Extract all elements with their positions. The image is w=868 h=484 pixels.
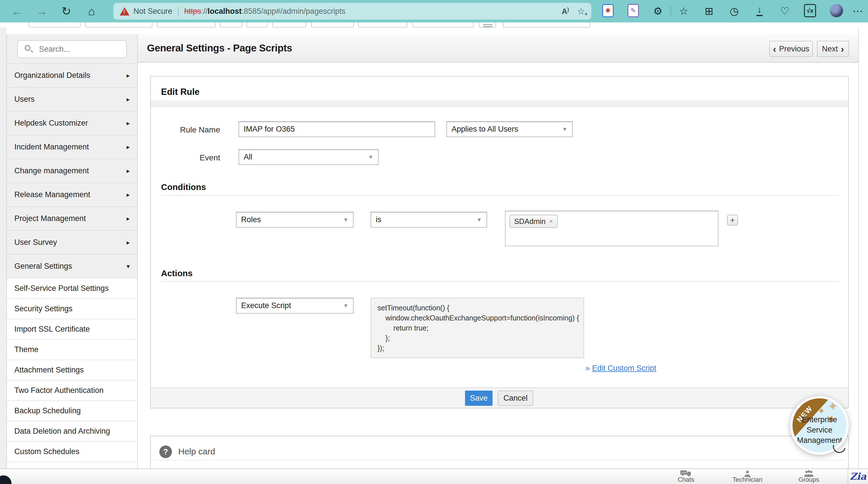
- edit-rule-card: Edit Rule Rule Name Applies to All Users…: [150, 76, 849, 408]
- arrow-down-icon: ▾: [127, 263, 130, 270]
- conditions-title: Conditions: [161, 182, 206, 192]
- link-arrows-icon: »: [586, 364, 590, 372]
- favorites-list-icon[interactable]: ☆: [675, 4, 692, 19]
- obscured-toolbar-box: [358, 22, 407, 28]
- card-footer: Save Cancel: [151, 388, 848, 408]
- browser-essentials-icon[interactable]: ♡: [776, 4, 794, 19]
- page-title: General Settings - Page Scripts: [147, 34, 292, 62]
- arrow-right-icon: ▸: [127, 119, 130, 127]
- refresh-icon[interactable]: ↻: [59, 4, 74, 19]
- rule-name-input[interactable]: [239, 121, 435, 137]
- caret-down-icon: ▼: [343, 303, 348, 309]
- screen: ← → ↻ ⌂ ! Not Secure https://localhost:8…: [0, 0, 868, 484]
- obscured-toolbar-box: [29, 22, 81, 28]
- caret-down-icon: ▼: [343, 217, 348, 223]
- sidebar-item-organizational-details[interactable]: Organizational Details▸: [7, 63, 137, 87]
- sidebar-subitem-self-service-portal-settings[interactable]: Self-Service Portal Settings: [7, 278, 137, 298]
- zia-logo: Zia: [849, 471, 866, 482]
- sidebar-item-users[interactable]: Users▸: [7, 87, 137, 111]
- obscured-toolbar-box: [85, 22, 152, 28]
- sidebar-subitem-data-deletion-and-archiving[interactable]: Data Deletion and Archiving: [7, 421, 137, 441]
- not-secure-label: Not Secure: [133, 7, 172, 16]
- url-separator: ://: [201, 7, 208, 16]
- obscured-toolbar-box: [311, 22, 354, 28]
- obscured-toolbar-strip: [0, 22, 868, 28]
- rule-name-label: Rule Name: [157, 125, 220, 135]
- history-icon[interactable]: ◷: [725, 4, 743, 19]
- sidebar-item-release-management[interactable]: Release Management▸: [7, 182, 137, 206]
- toolbar-divider: [671, 6, 671, 16]
- arrow-right-icon: ▸: [127, 167, 130, 175]
- obscured-toolbar-box: [157, 22, 216, 28]
- sidebar-subitem-attachment-settings[interactable]: Attachment Settings: [7, 360, 137, 380]
- notes-extension-icon[interactable]: ✎: [625, 4, 642, 19]
- condition-values-box[interactable]: SDAdmin ×: [505, 211, 718, 246]
- url-path: :8585/app#/admin/pagescripts: [242, 7, 346, 16]
- sidebar-item-general-settings[interactable]: General Settings▾: [7, 254, 137, 278]
- sidebar-subitem-two-factor-authentication[interactable]: Two Factor Authentication: [7, 380, 137, 400]
- help-icon: ?: [159, 446, 172, 458]
- groups-button[interactable]: Groups: [792, 469, 826, 484]
- arrow-right-icon: ▸: [127, 191, 130, 199]
- script-preview[interactable]: setTimeout(function() { window.checkOaut…: [371, 298, 584, 358]
- collections-icon[interactable]: ⊞: [701, 4, 718, 19]
- sidebar-subitem-backup-scheduling[interactable]: Backup Scheduling: [7, 400, 137, 421]
- url-text[interactable]: https://localhost:8585/app#/admin/pagesc…: [184, 7, 345, 16]
- event-dropdown[interactable]: All ▼: [239, 149, 379, 165]
- home-icon[interactable]: ⌂: [84, 4, 99, 19]
- sidebar-subitem-custom-schedules[interactable]: Custom Schedules: [7, 441, 137, 462]
- arrow-right-icon: ▸: [127, 72, 130, 79]
- profile-avatar[interactable]: [828, 4, 845, 19]
- save-button[interactable]: Save: [465, 391, 493, 406]
- conditions-divider: [161, 195, 838, 196]
- extensions-icon[interactable]: ⚙: [649, 4, 666, 19]
- back-icon[interactable]: ←: [9, 4, 25, 19]
- read-aloud-icon[interactable]: A): [562, 7, 569, 16]
- arrow-right-icon: ▸: [127, 143, 130, 151]
- caret-down-icon: ▼: [562, 126, 567, 133]
- arrow-right-icon: ▸: [127, 215, 130, 223]
- obscured-toolbar-box: [412, 22, 474, 28]
- address-bar[interactable]: ! Not Secure https://localhost:8585/app#…: [113, 3, 591, 20]
- zia-button[interactable]: Zia: [848, 469, 868, 484]
- forward-icon[interactable]: →: [34, 4, 50, 19]
- sidebar-item-incident-management[interactable]: Incident Management▸: [7, 135, 137, 159]
- help-card-label: Help card: [178, 447, 215, 456]
- condition-operator-dropdown[interactable]: is ▼: [371, 212, 487, 228]
- sidebar-subitem-theme[interactable]: Theme: [7, 339, 137, 360]
- chats-button[interactable]: Chats: [669, 469, 703, 484]
- previous-button[interactable]: ‹ Previous: [769, 41, 813, 57]
- applies-to-dropdown[interactable]: Applies to All Users ▼: [446, 121, 572, 137]
- chevron-right-icon: ›: [841, 45, 844, 53]
- browser-toolbar: ← → ↻ ⌂ ! Not Secure https://localhost:8…: [0, 0, 868, 22]
- sidebar-subitem-security-settings[interactable]: Security Settings: [7, 298, 137, 319]
- url-host: localhost: [208, 7, 242, 16]
- obscured-toolbar-box: [272, 22, 306, 28]
- sidebar-item-user-survey[interactable]: User Survey▸: [7, 230, 137, 254]
- math-solver-icon[interactable]: √x: [801, 4, 818, 19]
- sidebar-item-project-management[interactable]: Project Management▸: [7, 206, 137, 230]
- url-divider: [178, 7, 179, 16]
- remove-tag-icon[interactable]: ×: [549, 217, 553, 225]
- add-condition-button[interactable]: +: [727, 215, 738, 226]
- password-extension-icon[interactable]: ✱!: [599, 4, 617, 19]
- card-title: Edit Rule: [161, 87, 199, 97]
- bottom-toolbar: Chats Technician Groups Zia: [0, 468, 868, 484]
- action-type-dropdown[interactable]: Execute Script ▼: [236, 298, 353, 314]
- technician-button[interactable]: Technician: [730, 469, 765, 484]
- sidebar-item-helpdesk-customizer[interactable]: Helpdesk Customizer▸: [7, 111, 137, 135]
- add-favorite-icon[interactable]: ☆+: [577, 6, 585, 17]
- chevron-left-icon: ‹: [773, 45, 776, 53]
- tag-sdadmin[interactable]: SDAdmin ×: [509, 215, 558, 228]
- search-input[interactable]: [39, 41, 122, 57]
- edit-custom-script-link[interactable]: Edit Custom Script: [592, 364, 656, 372]
- condition-field-dropdown[interactable]: Roles ▼: [236, 212, 353, 228]
- more-menu-icon[interactable]: ⋯: [849, 4, 866, 19]
- downloads-icon[interactable]: ↓: [751, 4, 768, 19]
- next-button[interactable]: Next ›: [817, 41, 849, 57]
- sidebar-item-change-management[interactable]: Change management▸: [7, 159, 137, 182]
- cancel-button[interactable]: Cancel: [498, 391, 533, 406]
- search-box[interactable]: [17, 40, 127, 58]
- sidebar-subitem-import-ssl-certificate[interactable]: Import SSL Certificate: [7, 319, 137, 339]
- actions-title: Actions: [161, 268, 193, 278]
